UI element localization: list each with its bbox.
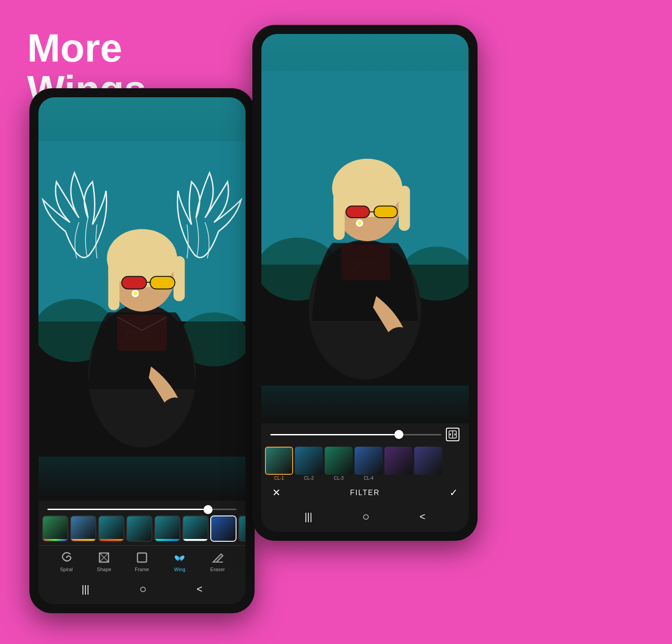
tool-frame[interactable]: Frame [135, 550, 149, 572]
phone-left-screen: ССС [38, 97, 246, 604]
tools-row-left: Spiral Shape [38, 545, 246, 576]
svg-rect-31 [346, 206, 369, 218]
nav-bar-right: ||| ○ < [261, 503, 469, 532]
eraser-label: Eraser [210, 567, 225, 572]
svg-rect-19 [137, 553, 147, 562]
phone-left: ССС [29, 88, 255, 613]
photo-area-left: ССС [38, 97, 246, 501]
filter-cancel-button[interactable]: ✕ [272, 487, 280, 499]
svg-marker-40 [450, 433, 451, 436]
svg-rect-29 [333, 186, 345, 239]
nav-back-icon-right[interactable]: < [420, 511, 426, 523]
svg-rect-8 [174, 256, 185, 301]
thumbnail-5[interactable] [154, 515, 180, 542]
svg-point-20 [179, 557, 180, 558]
toolbar-right: CL-1 CL-2 CL-3 CL-4 [261, 423, 469, 532]
filter-label-cl4: CL-4 [364, 476, 374, 481]
svg-rect-10 [150, 277, 175, 289]
shape-label: Shape [97, 567, 111, 572]
filter-label-cl3: CL-3 [334, 476, 344, 481]
svg-rect-30 [399, 186, 410, 231]
nav-back-icon[interactable]: < [197, 583, 203, 595]
filter-confirm-button[interactable]: ✓ [450, 487, 458, 499]
thumbnail-7-active[interactable] [210, 515, 237, 542]
filter-thumbnails: CL-1 CL-2 CL-3 CL-4 [261, 445, 469, 482]
filter-title: FILTER [350, 489, 380, 497]
filter-label-cl2: CL-2 [304, 476, 314, 481]
nav-recent-icon-right[interactable]: ||| [304, 511, 312, 523]
filter-label-cl1: CL-1 [274, 476, 284, 481]
filter-thumb-cl2[interactable]: CL-2 [295, 447, 323, 481]
tool-shape[interactable]: Shape [97, 550, 111, 572]
filter-thumb-6[interactable] [414, 447, 442, 481]
slider-track-right[interactable] [270, 434, 441, 435]
slider-thumb-right[interactable] [394, 430, 403, 439]
nav-bar-left: ||| ○ < [38, 576, 246, 604]
svg-marker-41 [454, 433, 456, 436]
filter-bar: ✕ FILTER ✓ [261, 482, 469, 503]
phone-right-screen: ССС [261, 34, 469, 532]
svg-rect-32 [374, 206, 398, 218]
shape-icon [97, 550, 111, 565]
thumbnails-row-left [38, 514, 246, 545]
spiral-label: Spiral [60, 567, 73, 572]
tool-spiral[interactable]: Spiral [59, 550, 74, 572]
svg-point-13 [133, 292, 137, 296]
nav-home-icon-right[interactable]: ○ [362, 510, 369, 524]
svg-rect-7 [108, 256, 119, 310]
nav-recent-icon[interactable]: ||| [81, 583, 89, 595]
frame-icon [135, 550, 149, 565]
filter-thumb-5[interactable] [384, 447, 412, 481]
phone-right: ССС [252, 25, 478, 541]
spiral-icon [59, 550, 74, 565]
thumbnail-6[interactable] [182, 515, 208, 542]
slider-track-left[interactable] [47, 509, 237, 510]
tool-eraser[interactable]: Eraser [210, 550, 225, 572]
slider-area-right[interactable] [261, 423, 469, 445]
person-figure-right: ССС [261, 34, 469, 423]
frame-label: Frame [135, 567, 149, 572]
person-figure-left: ССС [38, 97, 246, 501]
wing-icon [172, 550, 187, 565]
title-line1: More [27, 27, 146, 69]
slider-area-left[interactable] [38, 504, 246, 514]
thumbnail-8[interactable] [238, 515, 246, 542]
slider-fill-left [47, 509, 208, 510]
filter-thumb-cl3[interactable]: CL-3 [325, 447, 353, 481]
tool-wing[interactable]: Wing [172, 550, 187, 572]
svg-point-35 [358, 221, 361, 225]
thumbnail-3[interactable] [98, 515, 124, 542]
compare-icon[interactable] [446, 428, 459, 441]
slider-thumb-left[interactable] [203, 505, 213, 514]
filter-thumb-cl4[interactable]: CL-4 [355, 447, 383, 481]
eraser-icon [210, 550, 225, 565]
thumbnail-1[interactable] [42, 515, 68, 542]
svg-rect-9 [122, 277, 147, 289]
thumbnail-4[interactable] [126, 515, 152, 542]
thumbnail-2[interactable] [70, 515, 96, 542]
filter-thumb-cl1[interactable]: CL-1 [265, 447, 293, 481]
photo-area-right: ССС [261, 34, 469, 423]
slider-fill-right [270, 434, 399, 435]
wing-label: Wing [174, 567, 185, 572]
toolbar-left: Spiral Shape [38, 501, 246, 604]
nav-home-icon[interactable]: ○ [139, 582, 147, 596]
